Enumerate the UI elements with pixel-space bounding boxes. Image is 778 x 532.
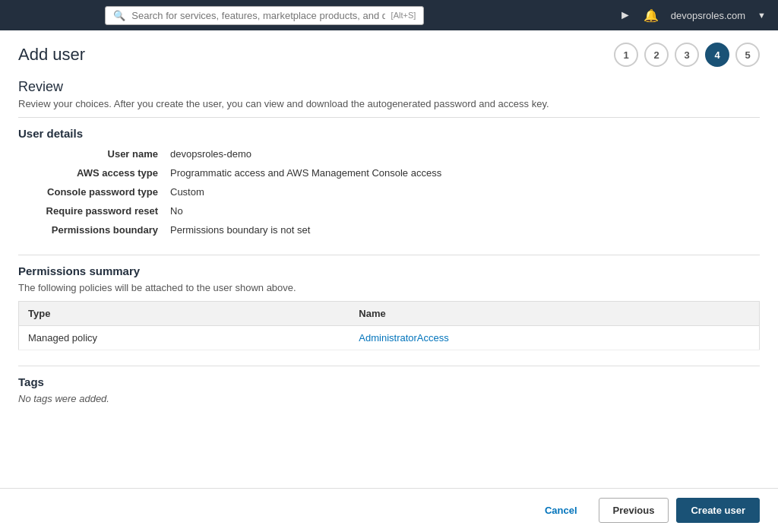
account-chevron-icon[interactable]: ▼: [757, 11, 766, 20]
page-header: Add user 1 2 3 4 5: [0, 30, 778, 73]
field-label-permissions-boundary: Permissions boundary: [18, 220, 170, 239]
permissions-table: Type Name Managed policy AdministratorAc…: [18, 301, 760, 350]
permissions-title: Permissions summary: [18, 264, 760, 277]
permissions-table-header: Type Name: [19, 302, 760, 326]
user-details-title: User details: [18, 127, 760, 140]
terminal-icon[interactable]: ►: [619, 8, 631, 22]
col-type: Type: [19, 302, 350, 326]
field-value-permissions-boundary: Permissions boundary is not set: [170, 220, 760, 239]
table-row: Permissions boundary Permissions boundar…: [18, 220, 760, 239]
field-label-console-password: Console password type: [18, 182, 170, 201]
scroll-body: Review Review your choices. After you cr…: [0, 73, 778, 488]
step-3[interactable]: 3: [675, 43, 699, 67]
search-icon: 🔍: [113, 10, 125, 21]
previous-button[interactable]: Previous: [599, 498, 669, 523]
table-row: AWS access type Programmatic access and …: [18, 163, 760, 182]
page-title: Add user: [18, 45, 85, 65]
account-label[interactable]: devopsroles.com: [671, 10, 745, 21]
field-label-access-type: AWS access type: [18, 163, 170, 182]
review-desc: Review your choices. After you create th…: [18, 98, 760, 109]
nav-right: ► 🔔 devopsroles.com ▼: [619, 8, 766, 23]
policy-name: AdministratorAccess: [349, 326, 759, 350]
permissions-divider: [18, 255, 760, 255]
details-table: User name devopsroles-demo AWS access ty…: [18, 144, 760, 239]
policy-type: Managed policy: [19, 326, 350, 350]
search-shortcut: [Alt+S]: [391, 11, 416, 20]
permissions-section: Permissions summary The following polici…: [18, 264, 760, 350]
review-title: Review: [18, 79, 760, 95]
field-value-console-password: Custom: [170, 182, 760, 201]
table-row: Require password reset No: [18, 201, 760, 220]
step-nav: 1 2 3 4 5: [614, 43, 760, 67]
step-2[interactable]: 2: [644, 43, 669, 67]
tags-title: Tags: [18, 375, 760, 388]
create-user-button[interactable]: Create user: [676, 498, 760, 523]
search-bar[interactable]: 🔍 [Alt+S]: [105, 6, 424, 25]
table-row: Console password type Custom: [18, 182, 760, 201]
review-divider: [18, 117, 760, 118]
permissions-desc: The following policies will be attached …: [18, 282, 760, 293]
table-row: User name devopsroles-demo: [18, 144, 760, 163]
field-label-password-reset: Require password reset: [18, 201, 170, 220]
step-4[interactable]: 4: [705, 43, 729, 67]
tags-empty: No tags were added.: [18, 393, 760, 404]
policy-link[interactable]: AdministratorAccess: [359, 332, 448, 344]
step-5[interactable]: 5: [735, 43, 760, 67]
col-name: Name: [349, 302, 759, 326]
footer: Cancel Previous Create user: [0, 488, 778, 532]
search-input[interactable]: [131, 10, 384, 21]
field-value-username: devopsroles-demo: [170, 144, 760, 163]
tags-divider: [18, 366, 760, 366]
field-label-username: User name: [18, 144, 170, 163]
field-value-access-type: Programmatic access and AWS Management C…: [170, 163, 760, 182]
field-value-password-reset: No: [170, 201, 760, 220]
permissions-row: Managed policy AdministratorAccess: [19, 326, 760, 350]
user-details-section: User details User name devopsroles-demo …: [18, 127, 760, 239]
step-1[interactable]: 1: [614, 43, 638, 67]
tags-section: Tags No tags were added.: [18, 375, 760, 404]
cancel-button[interactable]: Cancel: [531, 499, 591, 522]
main-content: Add user 1 2 3 4 5 Review Review your ch…: [0, 30, 778, 532]
top-nav: 🔍 [Alt+S] ► 🔔 devopsroles.com ▼: [0, 0, 778, 30]
bell-icon[interactable]: 🔔: [644, 8, 659, 23]
